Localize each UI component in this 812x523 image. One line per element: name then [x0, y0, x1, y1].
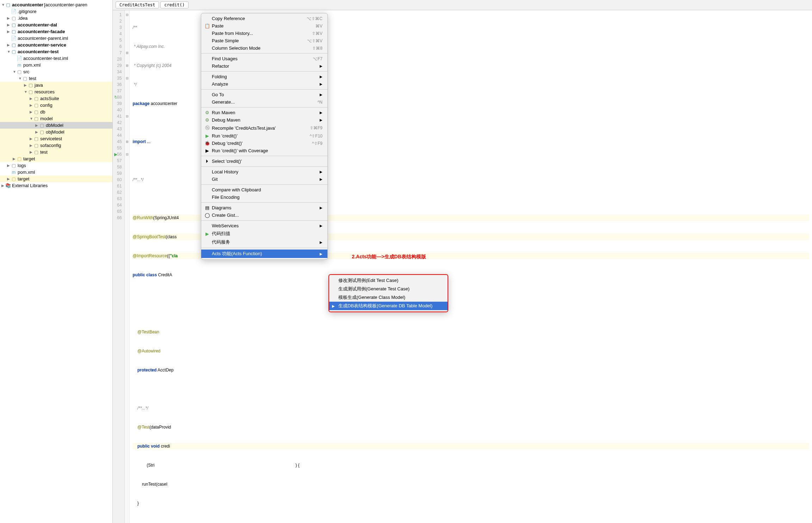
- menu-diagrams[interactable]: ▤Diagrams▶: [201, 204, 327, 211]
- tree-item[interactable]: 📄.gitignore: [0, 8, 112, 15]
- menu-paste[interactable]: 📋Paste⌘V: [201, 22, 327, 30]
- github-icon: ◯: [204, 213, 210, 218]
- submenu-gen-case[interactable]: 生成测试用例(Generate Test Case): [329, 285, 448, 293]
- menu-debug-maven[interactable]: ⚙Debug Maven▶: [201, 116, 327, 124]
- fold-column[interactable]: ⊟ ⊞⊞ ⊟ ⊟ ⊞⊟: [125, 10, 130, 523]
- annotation-2: 2.Acts功能—>生成DB表结构模版: [352, 253, 426, 260]
- editor-area: CreditActsTest credit() 1 2 3 4 5 6 7 28…: [113, 0, 812, 523]
- select-icon: 🞂: [204, 159, 210, 164]
- submenu-gen-class[interactable]: 模板生成(Generate Class Model): [329, 293, 448, 302]
- tree-item[interactable]: mpom.xml: [0, 169, 112, 176]
- menu-column-selection[interactable]: Column Selection Mode⇧⌘8: [201, 44, 327, 52]
- tree-item-selected[interactable]: ▶▢dbModel: [0, 122, 112, 129]
- tree-item[interactable]: ▶▢objModel: [0, 129, 112, 135]
- tree-item[interactable]: ▶▢servicetest: [0, 135, 112, 142]
- menu-select[interactable]: 🞂Select 'credit()': [201, 158, 327, 165]
- menu-git[interactable]: Git▶: [201, 176, 327, 183]
- breadcrumb-method[interactable]: credit(): [160, 1, 189, 8]
- project-tree[interactable]: ▼▢accountcenter [accountcenter-paren 📄.g…: [0, 0, 113, 523]
- menu-acts-function[interactable]: Acts 功能(Acts Function)▶: [201, 250, 327, 258]
- acts-submenu[interactable]: 修改测试用例(Edit Test Case) 生成测试用例(Generate T…: [328, 274, 448, 312]
- tree-root[interactable]: ▼▢accountcenter [accountcenter-paren: [0, 1, 112, 8]
- menu-file-encoding[interactable]: File Encoding: [201, 193, 327, 201]
- tree-item[interactable]: ▶▢logs: [0, 162, 112, 169]
- breadcrumb: CreditActsTest credit(): [113, 0, 812, 10]
- bug-icon: 🐞: [204, 141, 210, 146]
- gutter: 1 2 3 4 5 6 7 28 29 34 35 36 37 ↻38 39 4…: [113, 10, 125, 523]
- tree-item[interactable]: ▼▢src: [0, 68, 112, 75]
- gear-icon: ⚙: [204, 117, 210, 123]
- menu-run-maven[interactable]: ⚙Run Maven▶: [201, 109, 327, 116]
- gear-icon: ⚙: [204, 110, 210, 115]
- tree-external-libs[interactable]: ▶📚External Libraries: [0, 182, 112, 189]
- menu-create-gist[interactable]: ◯Create Gist...: [201, 211, 327, 219]
- tree-item[interactable]: ▶▢config: [0, 102, 112, 109]
- paste-icon: 📋: [204, 23, 210, 29]
- menu-webservices[interactable]: WebServices▶: [201, 222, 327, 229]
- play-icon: ▶: [204, 231, 210, 236]
- tree-item[interactable]: ▶▢accountcenter-service: [0, 42, 112, 48]
- tree-item[interactable]: mpom.xml: [0, 62, 112, 68]
- tree-item[interactable]: ▶▢java: [0, 82, 112, 88]
- menu-code-scan[interactable]: ▶代码扫描: [201, 229, 327, 238]
- play-icon: ▶: [204, 133, 210, 139]
- menu-code-service[interactable]: 代码服务▶: [201, 238, 327, 246]
- menu-copy-reference[interactable]: Copy Reference⌥⇧⌘C: [201, 15, 327, 22]
- menu-coverage[interactable]: ▶Run 'credit()' with Coverage: [201, 147, 327, 154]
- menu-compare-clipboard[interactable]: Compare with Clipboard: [201, 186, 327, 193]
- tree-item[interactable]: 📄accountcenter-test.iml: [0, 55, 112, 62]
- diagram-icon: ▤: [204, 205, 210, 210]
- menu-local-history[interactable]: Local History▶: [201, 168, 327, 176]
- context-menu[interactable]: Copy Reference⌥⇧⌘C 📋Paste⌘V Paste from H…: [201, 13, 328, 260]
- menu-paste-history[interactable]: Paste from History...⇧⌘V: [201, 30, 327, 37]
- tree-item[interactable]: ▼▢resources: [0, 88, 112, 95]
- submenu-gen-db[interactable]: ▶生成DB表结构模板(Generate DB Table Model): [329, 302, 448, 310]
- tree-item[interactable]: ▶▢test: [0, 149, 112, 155]
- tree-item[interactable]: ▶▢.idea: [0, 15, 112, 21]
- run-gutter-icon[interactable]: ▶: [114, 151, 117, 158]
- hammer-icon: Ⓝ: [204, 125, 210, 131]
- tree-item[interactable]: ▼▢model: [0, 115, 112, 122]
- tree-label: accountcenter: [12, 2, 43, 7]
- tree-item[interactable]: ▼▢accountcenter-test: [0, 48, 112, 55]
- tree-item[interactable]: ▶▢db: [0, 109, 112, 115]
- menu-folding[interactable]: Folding▶: [201, 73, 327, 80]
- menu-refactor[interactable]: Refactor▶: [201, 62, 327, 70]
- menu-debug[interactable]: 🐞Debug 'credit()'^⇧F9: [201, 140, 327, 147]
- tree-item[interactable]: ▶▢sofaconfig: [0, 142, 112, 149]
- coverage-icon: ▶: [204, 148, 210, 153]
- breadcrumb-class[interactable]: CreditActsTest: [116, 1, 159, 8]
- tree-item[interactable]: ▶▢target: [0, 155, 112, 162]
- menu-paste-simple[interactable]: Paste Simple⌥⇧⌘V: [201, 37, 327, 44]
- tree-item[interactable]: ▶▢target: [0, 176, 112, 182]
- tree-item[interactable]: ▶▢accountcenter-facade: [0, 28, 112, 35]
- tree-item[interactable]: ▶▢actsSuite: [0, 95, 112, 102]
- tree-item[interactable]: 📄accountcenter-parent.iml: [0, 35, 112, 42]
- menu-recompile[interactable]: ⓃRecompile 'CreditActsTest.java'⇧⌘F9: [201, 124, 327, 132]
- tree-item[interactable]: ▼▢test: [0, 75, 112, 82]
- menu-find-usages[interactable]: Find Usages⌥F7: [201, 55, 327, 62]
- editor-main[interactable]: 1 2 3 4 5 6 7 28 29 34 35 36 37 ↻38 39 4…: [113, 10, 812, 523]
- submenu-edit-case[interactable]: 修改测试用例(Edit Test Case): [329, 276, 448, 285]
- menu-run[interactable]: ▶Run 'credit()'^⇧F10: [201, 132, 327, 140]
- tree-item[interactable]: ▶▢accountcenter-dal: [0, 21, 112, 28]
- menu-analyze[interactable]: Analyze▶: [201, 80, 327, 88]
- menu-goto[interactable]: Go To▶: [201, 91, 327, 98]
- menu-generate[interactable]: Generate...^N: [201, 98, 327, 106]
